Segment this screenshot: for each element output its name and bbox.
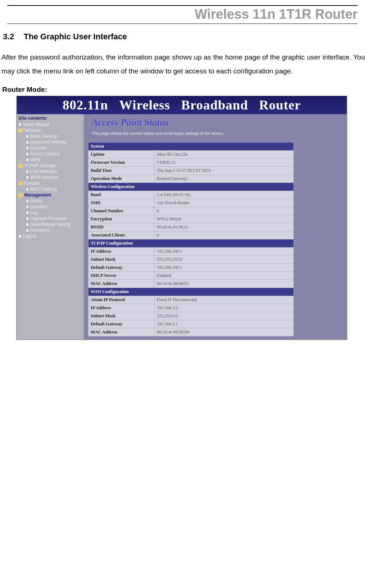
sidebar-item-status[interactable]: Status: [18, 198, 83, 204]
sidebar-item-label: Statistics: [30, 205, 48, 209]
sidebar-item-tcp-ip-settings[interactable]: TCP/IP Settings: [18, 163, 83, 169]
row-key: Subnet Mask: [88, 312, 155, 320]
page-description: This page shows the current status and s…: [87, 130, 344, 142]
row-key: Default Gateway: [88, 320, 155, 328]
sidebar-item-access-control[interactable]: Access Control: [18, 151, 83, 157]
sidebar-item-label: Management: [24, 193, 51, 197]
page-icon: [18, 123, 22, 127]
table-row: Default Gateway192.168.3.1: [88, 320, 294, 328]
row-value: 00:10:4c:88:90:b1: [155, 280, 294, 288]
row-value: 192.168.100.1: [155, 264, 294, 272]
sidebar-title: Site contents:: [18, 116, 83, 122]
row-value: 11n-Travel-Router: [155, 199, 294, 207]
row-value: 00:e0:4c:81:96:cc: [155, 223, 294, 231]
row-value: 2.4 GHz (B+G+N): [155, 191, 294, 199]
section-header-cell: WAN Configuration: [88, 288, 294, 296]
sidebar-item-security[interactable]: Security: [18, 145, 83, 151]
sidebar-item-label: WAN Interface: [30, 175, 59, 180]
page-icon: [26, 228, 29, 232]
sidebar-item-label: Setup Wizard: [23, 122, 49, 127]
sidebar-item-wps[interactable]: WPS: [18, 157, 83, 163]
page-icon: [26, 170, 29, 174]
section-body: After the password authorization, the in…: [1, 50, 365, 78]
table-row: Attain IP ProtocolFixed IP Disconnected: [88, 296, 294, 304]
row-value: 00:10:4c:89:99:b9: [155, 328, 294, 336]
sidebar-item-advanced-settings[interactable]: Advanced Settings: [18, 139, 83, 145]
main-pane: Access Point Status This page shows the …: [84, 114, 347, 339]
sidebar-item-statistics[interactable]: Statistics: [18, 204, 83, 210]
row-value: VER:B.13: [155, 159, 294, 167]
page-icon: [26, 134, 29, 138]
table-row: IP Address192.168.3.2: [88, 304, 294, 312]
folder-open-icon: [18, 193, 23, 197]
table-row: Band2.4 GHz (B+G+N): [88, 191, 294, 199]
sidebar-item-wireless[interactable]: Wireless: [18, 127, 83, 133]
page-title: Access Point Status: [87, 114, 344, 130]
row-value: 192.168.3.1: [155, 320, 294, 328]
sidebar-item-lan-interface[interactable]: LAN Interface: [18, 169, 83, 174]
page-icon: [26, 187, 29, 191]
row-key: MAC Address: [88, 328, 155, 336]
sidebar-item-label: Access Control: [30, 152, 60, 156]
sidebar-item-logout[interactable]: Logout: [18, 233, 83, 239]
table-row: DHCP ServerEnabled: [88, 272, 294, 280]
sidebar-item-management[interactable]: Management: [18, 192, 83, 198]
document-header-title: Wireless 11n 1T1R Router: [0, 7, 358, 22]
table-row: Firmware VersionVER:B.13: [88, 159, 294, 167]
sidebar-item-save-reload-setting[interactable]: Save/Reload Setting: [18, 221, 83, 227]
row-key: Build Time: [88, 167, 155, 175]
page-icon: [26, 211, 29, 215]
sidebar-item-label: Basic Settings: [30, 134, 58, 138]
sidebar-item-label: Logout: [23, 234, 36, 238]
page-icon: [18, 234, 22, 238]
sidebar-item-label: MAC Filtering: [30, 187, 57, 191]
page-icon: [26, 140, 29, 144]
row-value: 255.255.0.0: [155, 312, 294, 320]
section-header-cell: Wireless Configuration: [88, 183, 294, 191]
page-icon: [26, 217, 29, 221]
row-key: SSID: [88, 199, 155, 207]
sidebar-item-label: Status: [30, 199, 43, 203]
sidebar-item-label: Advanced Settings: [30, 140, 67, 144]
table-row: Subnet Mask255.255.0.0: [88, 312, 294, 320]
table-row: SSID11n-Travel-Router: [88, 199, 294, 207]
row-value: Router(Gateway): [155, 175, 294, 183]
banner-part: 802.11n: [62, 97, 108, 113]
sidebar-item-wan-interface[interactable]: WAN Interface: [18, 174, 83, 180]
section-header-cell: TCP/IP Configuration: [88, 239, 294, 248]
sub-heading: Router Mode:: [2, 86, 365, 94]
table-row: Operation ModeRouter(Gateway): [88, 175, 294, 183]
table-row: IP Address192.168.100.1: [88, 248, 294, 256]
sidebar-item-password[interactable]: Password: [18, 227, 83, 233]
sidebar-item-upgrade-firmware[interactable]: Upgrade Firmware: [18, 216, 83, 221]
row-key: Operation Mode: [88, 175, 155, 183]
table-row: MAC Address00:10:4c:88:90:b1: [88, 280, 294, 288]
sidebar-item-basic-settings[interactable]: Basic Settings: [18, 133, 83, 139]
table-row: Subnet Mask255.255.255.0: [88, 256, 294, 264]
sidebar-item-setup-wizard[interactable]: Setup Wizard: [18, 122, 83, 127]
table-row: BSSID00:e0:4c:81:96:cc: [88, 223, 294, 231]
row-key: IP Address: [88, 248, 155, 256]
row-key: MAC Address: [88, 280, 155, 288]
row-value: 192.168.100.1: [155, 248, 294, 256]
table-row: Channel Number6: [88, 207, 294, 215]
folder-open-icon: [18, 129, 23, 132]
table-row: Build TimeThu Sep 2 15:57:38 CST 2010: [88, 167, 294, 175]
sidebar-item-firewall[interactable]: Firewall: [18, 180, 83, 186]
row-key: Band: [88, 191, 155, 199]
table-section-header: TCP/IP Configuration: [88, 239, 294, 248]
section-heading: 3.2The Graphic User Interface: [3, 32, 365, 42]
sidebar-item-label: TCP/IP Settings: [24, 163, 55, 168]
sidebar-nav: Site contents: Setup WizardWirelessBasic…: [17, 114, 84, 339]
page-icon: [26, 176, 29, 180]
banner-part: Wireless: [119, 97, 170, 113]
row-value: Fixed IP Disconnected: [155, 296, 294, 304]
sidebar-item-mac-filtering[interactable]: MAC Filtering: [18, 186, 83, 192]
sidebar-item-log[interactable]: Log: [18, 210, 83, 216]
page-icon: [26, 199, 29, 203]
section-number: 3.2: [3, 32, 14, 41]
table-row: MAC Address00:10:4c:89:99:b9: [88, 328, 294, 336]
row-value: 6: [155, 207, 294, 215]
row-key: IP Address: [88, 304, 155, 312]
sidebar-item-label: Security: [30, 146, 46, 150]
